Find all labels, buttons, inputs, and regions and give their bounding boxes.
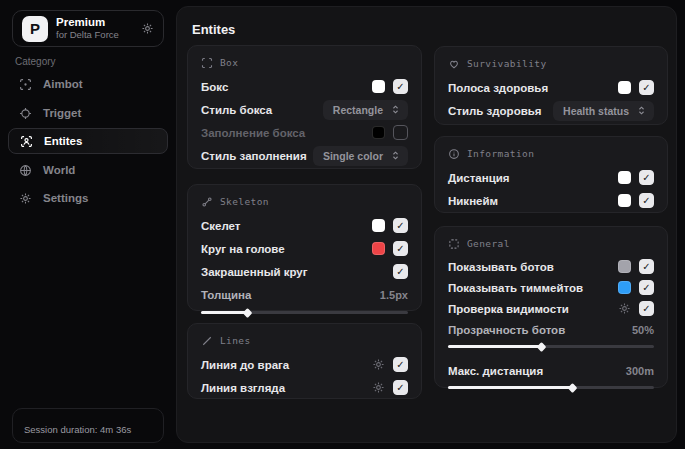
panel-skeleton-header: Skeleton	[201, 194, 408, 209]
color-swatch[interactable]	[618, 171, 631, 184]
panel-lines: Lines Линия до врага Линия взгляда	[187, 323, 422, 399]
sidebar: P Premium for Delta Force Category Aimbo…	[0, 0, 172, 449]
sidebar-item-label: Aimbot	[43, 78, 83, 90]
color-swatch[interactable]	[618, 260, 631, 273]
thickness-value: 1.5px	[380, 289, 408, 301]
setting-row-max-distance: Макс. дистанция 300m	[448, 360, 654, 381]
color-swatch[interactable]	[618, 281, 631, 294]
sidebar-item-label: Entites	[44, 135, 82, 147]
checkbox[interactable]	[393, 125, 408, 140]
page-title: Entites	[192, 22, 235, 37]
setting-row-fill-style: Стиль заполнения Single color	[201, 144, 408, 167]
target-icon	[19, 107, 32, 120]
color-swatch[interactable]	[372, 219, 385, 232]
max-distance-value: 300m	[626, 365, 654, 377]
color-swatch[interactable]	[372, 80, 385, 93]
color-swatch[interactable]	[372, 242, 385, 255]
max-distance-slider[interactable]	[448, 386, 654, 389]
sidebar-item-trigget[interactable]: Trigget	[8, 100, 168, 126]
crosshair-icon	[19, 78, 32, 91]
setting-row-box-style: Стиль бокса Rectangle	[201, 98, 408, 121]
category-label: Category	[15, 56, 56, 67]
entities-icon	[20, 135, 33, 148]
setting-row-health-style: Стиль здоровья Health status	[448, 99, 654, 122]
panel-information-header: Information	[448, 146, 654, 161]
panel-general-header: General	[448, 236, 654, 251]
checkbox[interactable]	[393, 218, 408, 233]
checkbox[interactable]	[639, 280, 654, 295]
heart-icon	[448, 58, 460, 70]
checkbox[interactable]	[639, 259, 654, 274]
panel-skeleton: Skeleton Скелет Круг на голове Закрашенн…	[187, 184, 422, 311]
checkbox[interactable]	[639, 80, 654, 95]
sidebar-item-world[interactable]: World	[8, 157, 168, 183]
globe-icon	[19, 164, 32, 177]
sidebar-item-settings[interactable]: Settings	[8, 185, 168, 211]
fill-style-dropdown[interactable]: Single color	[313, 146, 408, 166]
panel-information: Information Дистанция Никнейм	[434, 136, 668, 213]
setting-row-nickname: Никнейм	[448, 189, 654, 212]
panel-lines-header: Lines	[201, 333, 408, 348]
checkbox[interactable]	[393, 264, 408, 279]
unfold-icon	[390, 104, 401, 115]
setting-row-distance: Дистанция	[448, 166, 654, 189]
setting-row-health-bar: Полоса здоровья	[448, 76, 654, 99]
color-swatch[interactable]	[372, 126, 385, 139]
checkbox[interactable]	[639, 193, 654, 208]
thickness-slider[interactable]	[201, 311, 408, 314]
sidebar-item-label: World	[43, 164, 75, 176]
grid-icon	[448, 238, 460, 250]
session-duration-card: Session duration: 4m 36s	[12, 408, 164, 443]
setting-row-box-fill: Заполнение бокса	[201, 121, 408, 144]
bot-opacity-slider[interactable]	[448, 345, 654, 348]
checkbox[interactable]	[639, 301, 654, 316]
setting-row-visibility-check: Проверка видимости	[448, 298, 654, 319]
session-duration-label: Session duration: 4m 36s	[24, 424, 131, 435]
setting-row-show-teammates: Показывать тиммейтов	[448, 277, 654, 298]
checkbox[interactable]	[393, 241, 408, 256]
gear-icon	[19, 192, 32, 205]
checkbox[interactable]	[393, 79, 408, 94]
app-logo: P	[22, 16, 48, 42]
row-settings-gear-icon[interactable]	[372, 381, 385, 394]
setting-row-enemy-line: Линия до врага	[201, 353, 408, 376]
sidebar-item-label: Trigget	[43, 107, 81, 119]
setting-row-show-bots: Показывать ботов	[448, 256, 654, 277]
setting-row-filled-circle: Закрашенный круг	[201, 260, 408, 283]
brand-card: P Premium for Delta Force	[12, 10, 164, 47]
brand-gear-icon[interactable]	[141, 22, 154, 35]
panel-general: General Показывать ботов Показывать тимм…	[434, 226, 668, 388]
sidebar-item-entites[interactable]: Entites	[8, 128, 168, 154]
setting-row-box: Бокс	[201, 75, 408, 98]
row-settings-gear-icon[interactable]	[372, 358, 385, 371]
main-panel: Entites Box Бокс Стиль бокса Rectangle	[176, 6, 677, 443]
sidebar-item-aimbot[interactable]: Aimbot	[8, 71, 168, 97]
box-style-dropdown[interactable]: Rectangle	[323, 100, 408, 120]
row-settings-gear-icon[interactable]	[618, 302, 631, 315]
sidebar-item-label: Settings	[43, 192, 88, 204]
panel-box-header: Box	[201, 55, 408, 70]
setting-row-skeleton: Скелет	[201, 214, 408, 237]
health-style-dropdown[interactable]: Health status	[553, 101, 654, 121]
unfold-icon	[636, 105, 647, 116]
unfold-icon	[390, 150, 401, 161]
app-title: Premium	[56, 16, 141, 29]
bot-opacity-value: 50%	[632, 324, 654, 336]
line-icon	[201, 335, 213, 347]
bone-icon	[201, 196, 213, 208]
box-icon	[201, 57, 213, 69]
color-swatch[interactable]	[618, 194, 631, 207]
panel-box: Box Бокс Стиль бокса Rectangle Заполнени…	[187, 45, 422, 169]
checkbox[interactable]	[393, 357, 408, 372]
app-subtitle: for Delta Force	[56, 30, 141, 41]
setting-row-head-circle: Круг на голове	[201, 237, 408, 260]
panel-survivability: Survivability Полоса здоровья Стиль здор…	[434, 46, 668, 125]
setting-row-bot-opacity: Прозрачность ботов 50%	[448, 319, 654, 340]
checkbox[interactable]	[393, 380, 408, 395]
setting-row-thickness: Толщина 1.5px	[201, 283, 408, 306]
setting-row-view-line: Линия взгляда	[201, 376, 408, 399]
checkbox[interactable]	[639, 170, 654, 185]
info-icon	[448, 148, 460, 160]
color-swatch[interactable]	[618, 81, 631, 94]
panel-survivability-header: Survivability	[448, 56, 654, 71]
